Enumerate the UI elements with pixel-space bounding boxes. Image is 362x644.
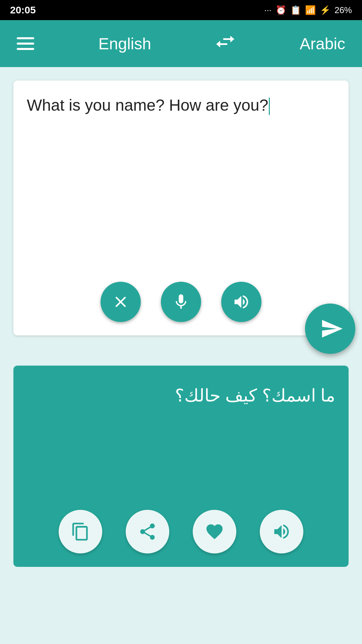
status-bar: 20:05 ··· ⏰ 📋 📶 ⚡ 26%: [0, 0, 362, 20]
source-language[interactable]: English: [99, 35, 151, 53]
status-time: 20:05: [10, 4, 36, 16]
input-text-display[interactable]: What is you name? How are you?: [27, 94, 335, 272]
copy-button[interactable]: [59, 510, 102, 553]
input-action-buttons: [27, 282, 335, 322]
battery-level: 26%: [335, 5, 352, 15]
text-cursor: [269, 98, 270, 115]
translate-button[interactable]: [305, 304, 355, 354]
clear-button[interactable]: [101, 282, 141, 322]
speak-input-button[interactable]: [221, 282, 261, 322]
charging-icon: ⚡: [320, 5, 330, 15]
menu-button[interactable]: [17, 37, 34, 50]
alarm-icon: ⏰: [276, 5, 286, 15]
top-nav: English Arabic: [0, 20, 362, 67]
swap-languages-button[interactable]: [213, 32, 237, 56]
translated-text-display: ما اسمك؟ كيف حالك؟: [27, 382, 335, 409]
more-icon: ···: [264, 5, 272, 15]
speak-output-button[interactable]: [260, 510, 303, 553]
favorite-button[interactable]: [193, 510, 236, 553]
input-section: What is you name? How are you?: [13, 80, 349, 335]
output-action-buttons: [27, 510, 335, 553]
main-content: What is you name? How are you?: [0, 67, 362, 644]
signal-icon: 📶: [305, 5, 316, 15]
target-language[interactable]: Arabic: [300, 35, 345, 53]
share-button[interactable]: [126, 510, 169, 553]
status-icons: ··· ⏰ 📋 📶 ⚡ 26%: [264, 5, 352, 15]
output-section: ما اسمك؟ كيف حالك؟: [13, 366, 349, 567]
sim-icon: 📋: [290, 5, 301, 15]
microphone-button[interactable]: [161, 282, 201, 322]
